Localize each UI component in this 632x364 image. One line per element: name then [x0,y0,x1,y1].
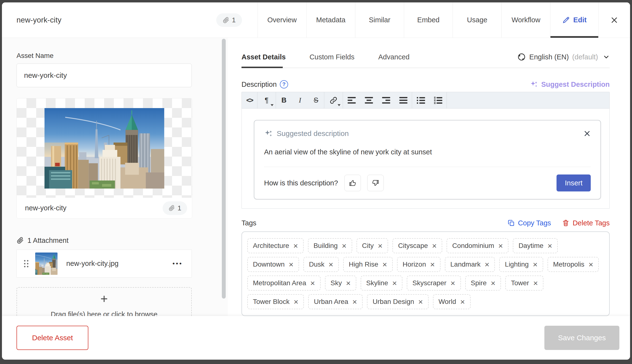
tag-remove-icon[interactable]: × [485,260,489,268]
tag-remove-icon[interactable]: × [430,260,435,268]
link-button[interactable] [324,92,343,108]
tag-remove-icon[interactable]: × [382,260,387,268]
header-tab[interactable]: Similar [355,2,404,38]
tag-chip[interactable]: Tower × [505,276,543,290]
tag-remove-icon[interactable]: × [293,242,298,250]
tag-remove-icon[interactable]: × [310,279,315,287]
attachment-thumbnail[interactable] [35,252,58,275]
header-tab[interactable]: Embed [404,2,453,38]
suggest-description-button[interactable]: Suggest Description [530,80,610,88]
suggestion-close-button[interactable] [583,130,591,137]
copy-tags-button[interactable]: Copy Tags [508,219,551,227]
tag-remove-icon[interactable]: × [548,242,552,250]
tag-chip[interactable]: Metropolitan Area × [247,276,321,290]
tab-edit[interactable]: Edit [550,2,598,38]
tag-chip[interactable]: High Rise × [343,257,393,272]
align-justify-button[interactable] [395,92,412,108]
header-tab[interactable]: Overview [258,2,306,38]
tag-chip[interactable]: Skyline × [361,276,403,290]
tag-chip[interactable]: Cityscape × [392,238,442,253]
align-left-button[interactable] [343,92,360,108]
tag-chip[interactable]: City × [356,238,388,253]
tag-chip[interactable]: Metropolis × [548,257,599,272]
tag-chip[interactable]: Horizon × [397,257,441,272]
subtab-custom-fields[interactable]: Custom Fields [309,53,354,61]
tag-chip[interactable]: Building × [308,238,352,253]
tag-remove-icon[interactable]: × [460,298,465,306]
tag-label: Spire [471,279,487,287]
tag-remove-icon[interactable]: × [491,279,495,287]
header-tab[interactable]: Metadata [306,2,355,38]
insert-button[interactable]: Insert [556,174,591,192]
sparkles-icon [264,129,273,138]
align-center-button[interactable] [360,92,377,108]
tag-chip[interactable]: Dusk × [303,257,339,272]
code-view-button[interactable]: <> [242,92,257,108]
tag-remove-icon[interactable]: × [451,279,455,287]
bold-button[interactable]: B [276,92,292,108]
tag-chip[interactable]: Daytime × [513,238,558,253]
asset-preview-image[interactable] [44,108,164,188]
tag-chip[interactable]: Downtown × [247,257,299,272]
subtab-asset-details[interactable]: Asset Details [242,53,286,61]
file-dropzone[interactable]: + Drag file(s) here or click to browse [17,287,192,316]
strikethrough-button[interactable]: S [308,92,324,108]
attachment-count: 1 [232,16,236,24]
attachments-header-label: 1 Attachment [28,236,68,244]
tag-remove-icon[interactable]: × [289,260,293,268]
tag-chip[interactable]: Lighting × [499,257,543,272]
tag-remove-icon[interactable]: × [418,298,423,306]
tag-chip[interactable]: Architecture × [247,238,304,253]
thumbs-up-button[interactable] [344,175,361,191]
save-changes-button[interactable]: Save Changes [544,326,619,350]
ordered-list-button[interactable] [429,92,447,108]
tag-remove-icon[interactable]: × [378,242,382,250]
tag-chip[interactable]: Skyscraper × [407,276,461,290]
header-tab[interactable]: Workflow [501,2,550,38]
delete-asset-button[interactable]: Delete Asset [17,326,88,350]
asset-name-input[interactable] [17,64,192,87]
help-icon[interactable]: ? [280,80,288,88]
italic-button[interactable]: I [292,92,308,108]
tag-remove-icon[interactable]: × [329,260,333,268]
header-tab[interactable]: Usage [453,2,501,38]
tag-chip[interactable]: Urban Area × [308,294,363,309]
tag-remove-icon[interactable]: × [392,279,397,287]
suggestion-footer: How is this description? Insert [264,167,591,199]
plus-icon: + [100,292,108,305]
close-button[interactable] [598,2,630,38]
tag-remove-icon[interactable]: × [346,279,350,287]
scrollbar-thumb[interactable] [222,39,226,298]
tag-remove-icon[interactable]: × [294,298,298,306]
tag-label: Cityscape [398,242,428,250]
tag-chip[interactable]: Landmark × [445,257,495,272]
paragraph-format-button[interactable]: ¶ [258,92,276,108]
align-right-button[interactable] [377,92,395,108]
attachment-overflow-menu[interactable]: ••• [172,260,183,267]
language-selector[interactable]: English (EN) (default) [517,51,610,63]
tag-chip[interactable]: Spire × [465,276,501,290]
tag-chip[interactable]: Condominium × [447,238,508,253]
header-tab-label: Similar [369,16,390,24]
tag-remove-icon[interactable]: × [342,242,346,250]
tag-remove-icon[interactable]: × [432,242,437,250]
tag-chip[interactable]: Tower Block × [247,294,304,309]
tag-remove-icon[interactable]: × [533,260,537,268]
tags-label: Tags [242,219,256,227]
tag-remove-icon[interactable]: × [533,279,538,287]
tag-chip[interactable]: Sky × [325,276,356,290]
tag-remove-icon[interactable]: × [498,242,503,250]
thumbs-down-button[interactable] [367,175,384,191]
attachments-section-header: 1 Attachment [17,236,220,245]
delete-tags-button[interactable]: Delete Tags [562,219,610,227]
tag-remove-icon[interactable]: × [588,260,593,268]
dropzone-text: Drag file(s) here or click to browse [51,310,157,316]
drag-handle[interactable] [24,260,28,267]
dropdown-caret-icon [271,104,274,106]
tag-chip[interactable]: World × [433,294,471,309]
subtab-advanced[interactable]: Advanced [378,53,409,61]
tag-remove-icon[interactable]: × [352,298,357,306]
suggestion-question: How is this description? [264,179,338,187]
bullet-list-button[interactable] [412,92,429,108]
tag-chip[interactable]: Urban Design × [367,294,428,309]
